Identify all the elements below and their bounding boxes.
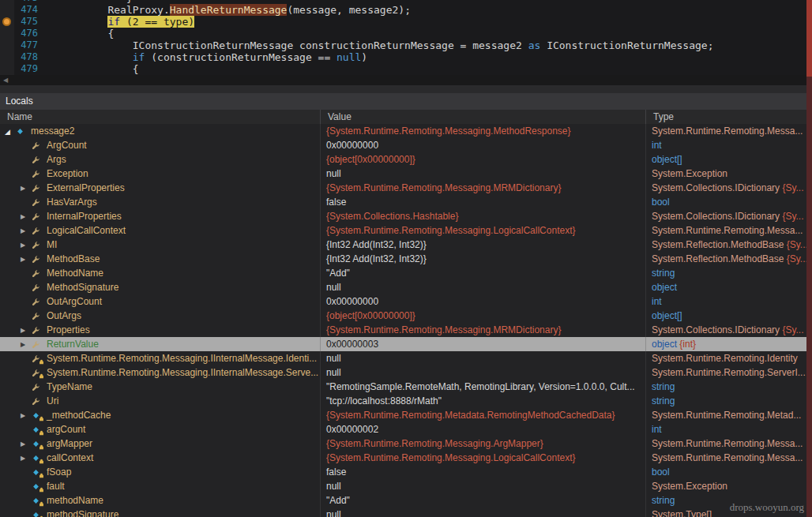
column-header-name[interactable]: Name — [0, 110, 321, 124]
breakpoint-margin[interactable] — [0, 39, 14, 51]
locals-row[interactable]: HasVarArgsfalsebool — [0, 195, 812, 209]
breakpoint-margin[interactable] — [0, 16, 14, 28]
variable-value[interactable]: {System.Runtime.Remoting.Messaging.Metho… — [321, 124, 646, 138]
locals-title-bar[interactable]: Locals — [0, 93, 812, 110]
variable-name: OutArgCount — [47, 296, 102, 307]
locals-row[interactable]: MethodSignaturenullobject — [0, 280, 812, 294]
variable-value[interactable]: null — [321, 365, 646, 380]
variable-name: Exception — [47, 168, 88, 179]
variable-value[interactable]: {System.Runtime.Remoting.Messaging.Logic… — [321, 223, 646, 238]
variable-type: System.Reflection.MethodBase {Sy... — [646, 238, 812, 252]
locals-row[interactable]: TypeName"RemotingSample.RemoteMath, Remo… — [0, 380, 812, 394]
locals-row[interactable]: faultnullSystem.Exception — [0, 479, 812, 493]
column-header-value[interactable]: Value — [321, 110, 646, 124]
locals-row[interactable]: ▶Properties{System.Runtime.Remoting.Mess… — [0, 323, 812, 337]
locals-row[interactable]: System.Runtime.Remoting.Messaging.IInter… — [0, 365, 812, 380]
variable-value[interactable]: {Int32 Add(Int32, Int32)} — [321, 252, 646, 266]
variable-value[interactable]: "tcp://localhost:8888/rMath" — [321, 394, 646, 408]
locals-row[interactable]: Args{object[0x00000000]}object[] — [0, 152, 812, 167]
tree-expander-icon[interactable]: ▶ — [21, 409, 32, 422]
breakpoint-marker-icon[interactable] — [2, 17, 11, 26]
panel-splitter[interactable] — [0, 85, 812, 93]
name-cell: ▶argMapper — [0, 436, 321, 451]
breakpoint-margin[interactable] — [0, 63, 14, 75]
locals-row[interactable]: ▶MI{Int32 Add(Int32, Int32)}System.Refle… — [0, 238, 812, 252]
variable-value[interactable]: null — [321, 508, 646, 517]
locals-row[interactable]: OutArgCount0x00000000int — [0, 294, 812, 309]
variable-name: message2 — [31, 126, 74, 137]
variable-value[interactable]: 0x00000002 — [321, 422, 646, 436]
name-cell: HasVarArgs — [0, 195, 321, 209]
variable-value[interactable]: {System.Runtime.Remoting.Messaging.Logic… — [321, 451, 646, 465]
name-cell: methodSignature — [0, 508, 321, 517]
variable-value[interactable]: 0x00000003 — [321, 337, 646, 351]
variable-value[interactable]: 0x00000000 — [321, 138, 646, 152]
variable-value[interactable]: "Add" — [321, 266, 646, 280]
locals-row[interactable]: methodName"Add"string — [0, 493, 812, 508]
variable-value[interactable]: false — [321, 465, 646, 479]
column-header-type[interactable]: Type — [646, 110, 812, 124]
variable-type: int — [646, 422, 812, 436]
breakpoint-margin[interactable] — [0, 28, 14, 39]
code-line: 477 IConstructionReturnMessage construct… — [0, 39, 812, 51]
variable-value[interactable]: {System.Runtime.Remoting.Messaging.MRMDi… — [321, 323, 646, 337]
variable-value[interactable]: {System.Collections.Hashtable} — [321, 209, 646, 223]
locals-row[interactable]: ▶argMapper{System.Runtime.Remoting.Messa… — [0, 436, 812, 451]
locals-row[interactable]: argCount0x00000002int — [0, 422, 812, 436]
tree-expander-icon[interactable]: ▶ — [21, 224, 32, 238]
locals-row[interactable]: ExceptionnullSystem.Exception — [0, 167, 812, 181]
tree-expander-icon[interactable]: ▶ — [21, 451, 32, 465]
editor-horizontal-scrollbar[interactable]: ◀ — [0, 75, 812, 85]
variable-value[interactable]: {System.Runtime.Remoting.Messaging.ArgMa… — [321, 436, 646, 451]
tree-expander-icon[interactable]: ▶ — [21, 324, 32, 337]
locals-row[interactable]: fSoapfalsebool — [0, 465, 812, 479]
variable-name: MethodName — [47, 268, 103, 279]
locals-row[interactable]: ▶ExternalProperties{System.Runtime.Remot… — [0, 181, 812, 195]
variable-value[interactable]: 0x00000000 — [321, 294, 646, 309]
private-field-icon — [32, 496, 43, 506]
tree-expander-icon[interactable]: ▶ — [21, 253, 32, 266]
tree-expander-icon[interactable]: ◢ — [5, 125, 16, 138]
name-cell: ▶LogicalCallContext — [0, 223, 321, 238]
variable-value[interactable]: {Int32 Add(Int32, Int32)} — [321, 238, 646, 252]
locals-row[interactable]: ▶callContext{System.Runtime.Remoting.Mes… — [0, 451, 812, 465]
locals-row[interactable]: OutArgs{object[0x00000000]}object[] — [0, 309, 812, 323]
locals-row[interactable]: ▶MethodBase{Int32 Add(Int32, Int32)}Syst… — [0, 252, 812, 266]
variable-value[interactable]: "RemotingSample.RemoteMath, RemotingLibr… — [321, 380, 646, 394]
locals-row[interactable]: ▶_methodCache{System.Runtime.Remoting.Me… — [0, 408, 812, 422]
tree-expander-icon[interactable]: ▶ — [21, 238, 32, 252]
scroll-left-arrow-icon[interactable]: ◀ — [3, 77, 8, 84]
locals-row[interactable]: methodSignaturenullSystem.Type[] — [0, 508, 812, 517]
property-icon — [32, 396, 43, 406]
tree-expander-icon[interactable]: ▶ — [21, 210, 32, 223]
locals-row[interactable]: ArgCount0x00000000int — [0, 138, 812, 152]
variable-value[interactable]: null — [321, 280, 646, 294]
locals-row[interactable]: System.Runtime.Remoting.Messaging.IInter… — [0, 351, 812, 365]
locals-row[interactable]: MethodName"Add"string — [0, 266, 812, 280]
tree-expander-icon[interactable]: ▶ — [21, 182, 32, 195]
name-cell: ▶InternalProperties — [0, 209, 321, 223]
locals-row[interactable]: ▶InternalProperties{System.Collections.H… — [0, 209, 812, 223]
variable-value[interactable]: {System.Runtime.Remoting.Metadata.Remoti… — [321, 408, 646, 422]
variable-value[interactable]: {object[0x00000000]} — [321, 152, 646, 167]
variable-value[interactable]: null — [321, 479, 646, 493]
breakpoint-margin[interactable] — [0, 4, 14, 16]
tree-expander-icon[interactable]: ▶ — [21, 338, 32, 351]
variable-value[interactable]: false — [321, 195, 646, 209]
editor-vertical-scrollbar[interactable] — [806, 0, 812, 517]
variable-value[interactable]: null — [321, 167, 646, 181]
locals-row[interactable]: ▶LogicalCallContext{System.Runtime.Remot… — [0, 223, 812, 238]
property-icon — [32, 140, 43, 151]
name-cell: ▶callContext — [0, 451, 321, 465]
scrollbar-thumb[interactable] — [806, 0, 812, 77]
locals-row[interactable]: ◢message2{System.Runtime.Remoting.Messag… — [0, 124, 812, 138]
locals-row[interactable]: ▶ReturnValue0x00000003object {int} — [0, 337, 812, 351]
tree-expander-icon[interactable]: ▶ — [21, 437, 32, 451]
variable-value[interactable]: {object[0x00000000]} — [321, 309, 646, 323]
breakpoint-margin[interactable] — [0, 51, 14, 63]
variable-value[interactable]: {System.Runtime.Remoting.Messaging.MRMDi… — [321, 181, 646, 195]
locals-row[interactable]: Uri"tcp://localhost:8888/rMath"string — [0, 394, 812, 408]
variable-value[interactable]: "Add" — [321, 493, 646, 508]
code-editor[interactable]: 473 }474 RealProxy.HandleReturnMessage(m… — [0, 0, 812, 75]
variable-value[interactable]: null — [321, 351, 646, 365]
